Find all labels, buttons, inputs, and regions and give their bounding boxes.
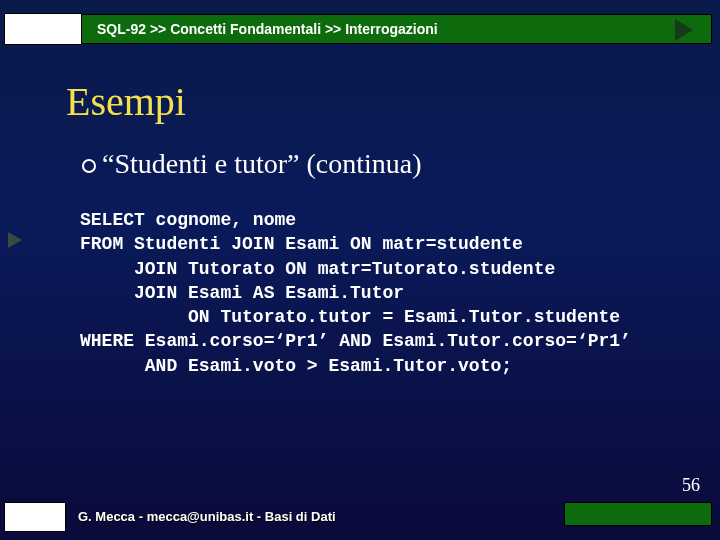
breadcrumb-text: SQL-92 >> Concetti Fondamentali >> Inter… [97,21,438,37]
header-bar: SQL-92 >> Concetti Fondamentali >> Inter… [0,14,720,44]
subtitle-text: “Studenti e tutor” (continua) [102,148,422,180]
breadcrumb-bar: SQL-92 >> Concetti Fondamentali >> Inter… [58,14,712,44]
footer-corner-box [4,502,66,532]
subtitle-row: “Studenti e tutor” (continua) [82,148,422,180]
footer-text: G. Mecca - mecca@unibas.it - Basi di Dat… [78,509,336,524]
page-number: 56 [682,475,700,496]
sql-code-block: SELECT cognome, nome FROM Studenti JOIN … [80,208,631,378]
next-arrow-icon [675,19,693,41]
slide-title: Esempi [66,78,186,125]
side-arrow-icon [8,232,22,248]
header-corner-box [4,13,82,45]
bullet-icon [82,159,96,173]
footer-green-box [564,502,712,526]
